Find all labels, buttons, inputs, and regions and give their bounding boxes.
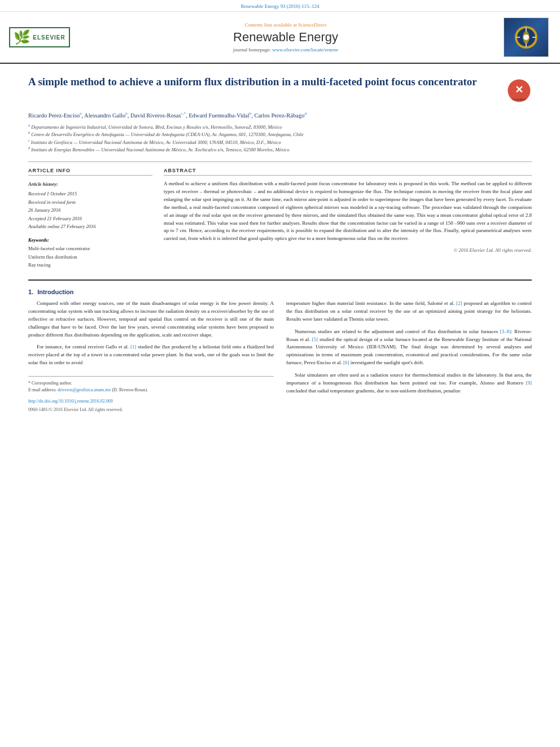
abstract-heading: ABSTRACT [164,168,532,176]
intro-para-1: Compared with other energy sources, one … [28,300,274,339]
keyword-2: Ray tracing [28,261,152,269]
renewable-energy-icon [515,27,537,48]
article-info-col: ARTICLE INFO Article history: Received 1… [28,168,152,269]
authors-line: Ricardo Perez-Encisoa, Alessandro Gallob… [28,111,532,119]
homepage-link[interactable]: www.elsevier.com/locate/renene [272,47,338,53]
body-col-left: Compared with other energy sources, one … [28,300,274,414]
history-item-1: Received in revised form [28,198,152,206]
keywords-section: Keywords: Multi-faceted solar concentrat… [28,237,152,269]
ref-3-8-link[interactable]: [3–8] [500,329,511,334]
elsevier-logo: 🌿 ELSEVIER [11,27,68,47]
abstract-text: A method to achieve a uniform flux distr… [164,180,532,243]
copyright-notice: © 2016 Elsevier Ltd. All rights reserved… [164,247,532,253]
intro-para-2: For instance, for central receiver Gallo… [28,343,274,367]
article-history: Article history: Received 1 October 2015… [28,180,152,231]
history-item-2: 26 January 2016 [28,206,152,214]
crossmark-icon: ✕ CrossMark [506,78,532,103]
history-item-0: Received 1 October 2015 [28,190,152,198]
affiliation-c: c Instituto de Geofísica — Universidad N… [28,138,532,146]
crossmark-logo[interactable]: ✕ CrossMark [506,78,532,103]
journal-header: 🌿 ELSEVIER Contents lists available at S… [0,12,560,64]
svg-text:CrossMark: CrossMark [512,98,526,101]
right-para-1: temperature higher than material limit r… [286,300,532,324]
elsevier-name: ELSEVIER [33,34,65,41]
ref-9-link[interactable]: [9] [526,380,532,386]
author-email-link[interactable]: driveros@geofisica.unam.mx [58,387,111,392]
paper-title: A simple method to achieve a uniform flu… [28,75,477,89]
keywords-list: Multi-faceted solar concentrator Uniform… [28,244,152,269]
sciencedirect-info: Contents lists available at ScienceDirec… [79,22,492,28]
journal-logo-circle [515,26,537,49]
affiliations: a Departamento de Ingeniería Industrial,… [28,123,532,154]
body-two-col: Compared with other energy sources, one … [28,300,532,414]
affiliation-d: d Instituto de Energías Renovables — Uni… [28,146,532,154]
history-item-3: Accepted 21 February 2016 [28,215,152,222]
ref-1-link[interactable]: [1] [130,344,137,350]
footnotes: * Corresponding author. E-mail address: … [28,376,274,413]
corresponding-note: * Corresponding author. [28,380,274,387]
ref-2-link[interactable]: [2] [456,300,462,306]
doi-section: http://dx.doi.org/10.1016/j.renene.2016.… [28,398,274,405]
elsevier-logo-box: 🌿 ELSEVIER [9,27,69,47]
journal-homepage: journal homepage: www.elsevier.com/locat… [79,47,492,53]
issn-line: 0960-1481/© 2016 Elsevier Ltd. All right… [28,407,274,413]
introduction-section: 1. Introduction Compared with other ener… [28,289,532,414]
main-content: A simple method to achieve a uniform flu… [0,64,560,433]
email-note: E-mail address: driveros@geofisica.unam.… [28,387,274,394]
paper-title-section: A simple method to achieve a uniform flu… [28,75,532,103]
svg-point-1 [523,34,529,40]
elsevier-tree-icon: 🌿 [14,30,30,44]
keyword-0: Multi-faceted solar concentrator [28,244,152,252]
thick-divider [28,279,532,281]
ref-6-link[interactable]: [6] [343,360,349,365]
history-title: Article history: [28,180,152,188]
citation-text: Renewable Energy 93 (2016) 115–124 [241,3,320,9]
body-col-right: temperature higher than material limit r… [286,300,532,414]
affiliation-b: b Centro de Desarrollo Energético de Ant… [28,130,532,138]
affiliation-a: a Departamento de Ingeniería Industrial,… [28,123,532,131]
journal-center-info: Contents lists available at ScienceDirec… [68,22,504,53]
right-para-2: Numerous studies are related to the adju… [286,328,532,368]
journal-citation: Renewable Energy 93 (2016) 115–124 [0,0,560,12]
keyword-1: Uniform flux distribution [28,253,152,261]
journal-title: Renewable Energy [79,30,492,45]
introduction-heading: 1. Introduction [28,289,532,295]
divider-1 [28,161,532,162]
abstract-col: ABSTRACT A method to achieve a uniform f… [164,168,532,269]
ref-5-link[interactable]: [5] [312,337,318,342]
history-item-4: Available online 27 February 2016 [28,222,152,230]
keywords-title: Keywords: [28,237,152,243]
doi-link[interactable]: http://dx.doi.org/10.1016/j.renene.2016.… [28,399,113,404]
svg-text:✕: ✕ [515,84,523,95]
article-info-heading: ARTICLE INFO [28,168,152,176]
article-info-abstract: ARTICLE INFO Article history: Received 1… [28,168,532,269]
right-para-3: Solar simulators are often used as a rad… [286,372,532,395]
journal-logo-image [504,18,549,57]
sciencedirect-name[interactable]: ScienceDirect [298,22,326,28]
